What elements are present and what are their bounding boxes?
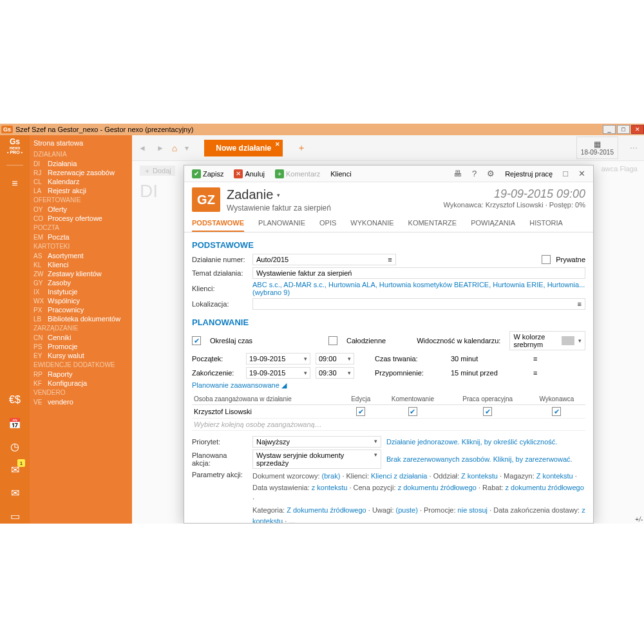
new-action-dialog: ✔Zapisz ✕Anuluj ＋Komentarz Klienci 🖶 ? ⚙…: [184, 165, 594, 524]
tab-new-icon[interactable]: ＋: [297, 142, 306, 154]
sidebar-item[interactable]: EMPoczta: [32, 232, 129, 242]
action-params: Dokument wzorcowy: (brak) · Klienci: Kli…: [252, 471, 585, 523]
nav-back-icon[interactable]: ◄: [136, 144, 149, 153]
sidebar-item[interactable]: GYZasoby: [32, 278, 129, 287]
cert-icon[interactable]: ▭: [7, 508, 23, 524]
table-row[interactable]: Krzysztof Lisowski ✔ ✔ ✔ ✔: [192, 405, 585, 419]
sidebar: Gs nexo • PRO • ≡ €$ 📅 ◷ ✉1 ✉ ▭ Strona s…: [0, 135, 132, 524]
sidebar-item[interactable]: PSPromocje: [32, 342, 129, 351]
dialog-title[interactable]: Zadanie ▾: [227, 187, 331, 202]
sidebar-item[interactable]: COProcesy ofertowe: [32, 214, 129, 223]
timer-icon[interactable]: ◷: [7, 439, 23, 454]
sidebar-group: DZIAŁANIA: [32, 149, 129, 159]
gear-icon[interactable]: ⚙: [483, 169, 498, 178]
register-work-button[interactable]: Rejestruj pracę: [501, 169, 556, 179]
dialog-tab[interactable]: HISTORIA: [529, 219, 563, 232]
menu-icon[interactable]: ≡: [7, 176, 23, 191]
sidebar-item[interactable]: CLKalendarz: [32, 177, 129, 186]
sidebar-item[interactable]: LBBiblioteka dokumentów: [32, 314, 129, 323]
tab-close-icon[interactable]: ✕: [275, 141, 280, 147]
sidebar-item[interactable]: KFKonfiguracja: [32, 379, 129, 388]
allday-checkbox[interactable]: [328, 336, 337, 345]
dialog-tab[interactable]: KOMENTARZE: [408, 219, 457, 232]
sidebar-item[interactable]: OYOferty: [32, 205, 129, 214]
planned-datetime: 19-09-2015 09:00: [443, 187, 585, 201]
private-checkbox[interactable]: [542, 255, 551, 264]
planned-action-select[interactable]: Wystaw seryjnie dokumenty sprzedaży▾: [252, 450, 381, 469]
maximize-dialog-icon[interactable]: □: [559, 169, 572, 178]
minimize-button[interactable]: _: [603, 125, 616, 134]
sidebar-item[interactable]: RJRezerwacje zasobów: [32, 168, 129, 177]
more-icon[interactable]: ⋯: [627, 144, 640, 153]
end-time-field[interactable]: 09:30▾: [316, 367, 354, 379]
sidebar-group: KARTOTEKI: [32, 242, 129, 251]
location-field[interactable]: ≡: [252, 298, 585, 310]
recurrence-link[interactable]: Działanie jednorazowe. Kliknij, by okreś…: [386, 438, 557, 446]
section-basic: PODSTAWOWE: [192, 240, 585, 250]
nav-fwd-icon[interactable]: ►: [154, 144, 167, 153]
sidebar-home[interactable]: Strona startowa: [32, 139, 129, 147]
sidebar-item[interactable]: PXPracownicy: [32, 305, 129, 314]
cancel-button[interactable]: ✕Anuluj: [230, 168, 269, 180]
app-logo: Gs: [1, 126, 13, 133]
sidebar-group: EWIDENCJE DODATKOWE: [32, 360, 129, 370]
maximize-button[interactable]: □: [617, 125, 630, 134]
dialog-tab[interactable]: OPIS: [319, 219, 336, 232]
dialog-tab[interactable]: WYKONANIE: [350, 219, 393, 232]
sidebar-group: ZARZĄDZANIE: [32, 323, 129, 333]
sidebar-item[interactable]: DIDziałania: [32, 159, 129, 168]
clients-button[interactable]: Klienci: [327, 169, 355, 179]
brand-logo: Gs nexo • PRO •: [7, 138, 23, 155]
calendar-icon[interactable]: 📅: [7, 415, 23, 431]
sidebar-group: VENDERO: [32, 388, 129, 397]
currency-icon[interactable]: €$: [7, 392, 23, 408]
dialog-tab[interactable]: POWIĄZANIA: [471, 219, 515, 232]
priority-select[interactable]: Najwyższy▾: [252, 436, 381, 448]
reserve-link[interactable]: Brak zarezerwowanych zasobów. Kliknij, b…: [386, 455, 573, 463]
sidebar-item[interactable]: EYKursy walut: [32, 351, 129, 360]
header-date[interactable]: ▦ 18-09-2015: [576, 137, 618, 159]
help-icon[interactable]: ?: [468, 169, 480, 178]
end-date-field[interactable]: 19-09-2015▾: [246, 367, 310, 379]
sidebar-item[interactable]: RPRaporty: [32, 370, 129, 379]
print-icon[interactable]: 🖶: [450, 169, 466, 178]
window-title: Szef Szef na Gestor_nexo - Gestor nexo (…: [15, 126, 193, 133]
dialog-tab[interactable]: PLANOWANIE: [258, 219, 305, 232]
zoom-toggle[interactable]: +/-: [635, 516, 643, 523]
dialog-tab[interactable]: PODSTAWOWE: [192, 219, 244, 232]
sidebar-item[interactable]: LARejestr akcji: [32, 186, 129, 195]
save-button[interactable]: ✔Zapisz: [188, 168, 227, 180]
sidebar-item[interactable]: ZWZestawy klientów: [32, 269, 129, 278]
close-button[interactable]: ✕: [631, 125, 644, 134]
visibility-select[interactable]: W kolorze srebrnym ▾: [509, 331, 585, 350]
comment-button[interactable]: ＋Komentarz: [271, 168, 324, 180]
sidebar-item[interactable]: IXInstytucje: [32, 287, 129, 296]
set-time-checkbox[interactable]: ✔: [192, 336, 201, 345]
mail-icon[interactable]: ✉: [7, 485, 23, 500]
home-icon[interactable]: ⌂: [172, 143, 177, 153]
calendar-small-icon: ▦: [581, 140, 614, 149]
sidebar-item[interactable]: KLKlienci: [32, 260, 129, 269]
add-person-input[interactable]: Wybierz kolejną osobę zaangażowaną…: [192, 419, 585, 431]
sidebar-item[interactable]: VEvendero: [32, 397, 129, 406]
advanced-planning-link[interactable]: Planowanie zaawansowane ◢: [192, 381, 287, 390]
sidebar-item[interactable]: WXWspólnicy: [32, 296, 129, 305]
action-number-field[interactable]: Auto/2015≡: [252, 254, 396, 265]
clients-link[interactable]: ABC s.c., AD-MAR s.c., Hurtownia ALA, Hu…: [252, 281, 585, 296]
sidebar-item[interactable]: CNCenniki: [32, 333, 129, 342]
people-table: Osoba zaangażowana w działanieEdycjaKome…: [192, 393, 585, 431]
executor-line: Wykonawca: Krzysztof Lisowski · Postęp: …: [443, 201, 585, 209]
tab-active[interactable]: Nowe działanie✕: [204, 140, 283, 156]
start-date-field[interactable]: 19-09-2015▾: [246, 353, 310, 365]
subject-field[interactable]: Wystawienie faktur za sierpień: [252, 267, 585, 279]
start-time-field[interactable]: 09:00▾: [316, 353, 354, 365]
sidebar-item[interactable]: ASAsortyment: [32, 251, 129, 260]
type-badge: GZ: [192, 187, 220, 212]
sidebar-group: POCZTA: [32, 223, 129, 232]
titlebar: Gs Szef Szef na Gestor_nexo - Gestor nex…: [0, 124, 644, 135]
tabbar: ◄ ► ⌂ ▾ Nowe działanie✕ ＋ ▦ 18-09-2015 ⋯: [132, 135, 644, 161]
close-dialog-icon[interactable]: ✕: [574, 169, 589, 178]
sidebar-group: OFERTOWANIE: [32, 195, 129, 205]
mail-badge-icon[interactable]: ✉1: [7, 462, 23, 477]
chevron-down-icon[interactable]: ▾: [182, 144, 191, 153]
